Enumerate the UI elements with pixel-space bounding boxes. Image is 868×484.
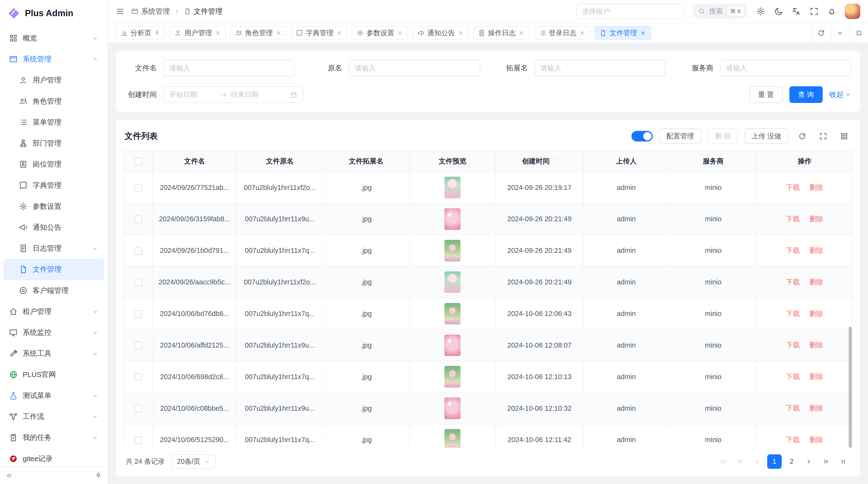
column-settings-icon[interactable]: [837, 129, 851, 143]
delete-link[interactable]: 删除: [809, 373, 823, 380]
download-link[interactable]: 下载: [786, 404, 800, 412]
collapse-filters-link[interactable]: 收起: [829, 90, 851, 100]
sidebar-item-overview[interactable]: 概览: [3, 28, 104, 49]
sidebar-item-client-management[interactable]: 客户端管理: [3, 280, 104, 301]
table-scrollbar[interactable]: [849, 327, 852, 448]
download-link[interactable]: 下载: [786, 215, 800, 223]
sidebar-item-role-management[interactable]: 角色管理: [3, 91, 104, 111]
file-preview-image[interactable]: [444, 240, 461, 261]
close-icon[interactable]: [215, 30, 221, 36]
sidebar-item-system-tools[interactable]: 系统工具: [3, 343, 104, 364]
sidebar-item-file-management[interactable]: 文件管理: [3, 259, 104, 280]
sidebar-item-department-management[interactable]: 部门管理: [3, 133, 104, 154]
row-checkbox[interactable]: [134, 216, 142, 223]
sidebar-item-my-tasks[interactable]: 我的任务: [3, 427, 104, 448]
file-preview-image[interactable]: [444, 397, 461, 419]
download-link[interactable]: 下载: [786, 310, 800, 317]
jump-forward-button[interactable]: [819, 454, 833, 469]
download-link[interactable]: 下载: [786, 373, 800, 380]
row-checkbox[interactable]: [134, 436, 142, 444]
sidebar-item-param-settings[interactable]: 参数设置: [3, 196, 104, 217]
page-button-1[interactable]: 1: [767, 454, 782, 469]
row-checkbox[interactable]: [134, 373, 142, 381]
row-checkbox[interactable]: [134, 279, 142, 286]
close-icon[interactable]: [336, 30, 342, 36]
tab-operation-log[interactable]: 操作日志: [473, 26, 529, 40]
reset-button[interactable]: 重 置: [749, 86, 783, 103]
page-size-select[interactable]: 20条/页: [172, 454, 216, 469]
delete-selected-button[interactable]: 删 除: [708, 128, 738, 144]
select-all-checkbox[interactable]: [134, 158, 142, 165]
close-icon[interactable]: [276, 30, 282, 36]
delete-link[interactable]: 删除: [809, 278, 823, 286]
delete-link[interactable]: 删除: [809, 215, 823, 223]
settings-gear-icon[interactable]: [756, 7, 766, 16]
tab-file-management[interactable]: 文件管理: [595, 26, 651, 40]
close-icon[interactable]: [458, 30, 464, 36]
extension-filter-input[interactable]: [534, 60, 666, 76]
file-preview-image[interactable]: [444, 303, 461, 325]
sidebar-item-workflow[interactable]: 工作流: [3, 406, 104, 427]
end-date-input[interactable]: [231, 91, 278, 99]
file-preview-image[interactable]: [444, 208, 461, 230]
notifications-bell-icon[interactable]: [827, 7, 836, 16]
file-preview-image[interactable]: [444, 429, 461, 448]
tab-menu-chevron-icon[interactable]: [830, 23, 849, 43]
collapse-sidebar-icon[interactable]: [5, 472, 13, 479]
row-checkbox[interactable]: [134, 342, 142, 349]
delete-link[interactable]: 删除: [809, 436, 823, 444]
fullscreen-icon[interactable]: [809, 7, 819, 16]
sidebar-item-gitee[interactable]: gitee记录: [3, 448, 104, 466]
download-link[interactable]: 下载: [786, 184, 800, 191]
exit-fullscreen-icon[interactable]: [849, 23, 868, 43]
close-icon[interactable]: [579, 30, 585, 36]
refresh-tab-icon[interactable]: [812, 23, 830, 43]
delete-link[interactable]: 删除: [809, 247, 823, 254]
tab-dict-management[interactable]: 字典管理: [291, 26, 347, 40]
sidebar-item-tenant-management[interactable]: 租户管理: [3, 301, 104, 322]
sidebar-item-log-management[interactable]: 日志管理: [3, 238, 104, 259]
download-link[interactable]: 下载: [786, 247, 800, 254]
close-icon[interactable]: [640, 30, 646, 36]
download-link[interactable]: 下载: [786, 278, 800, 286]
pin-sidebar-icon[interactable]: [95, 472, 102, 479]
delete-link[interactable]: 删除: [809, 310, 823, 317]
row-checkbox[interactable]: [134, 310, 142, 318]
sidebar-item-dict-management[interactable]: 字典管理: [3, 175, 104, 196]
page-button-2[interactable]: 2: [784, 454, 799, 469]
start-date-input[interactable]: [169, 91, 217, 99]
file-preview-image[interactable]: [444, 334, 461, 356]
row-checkbox[interactable]: [134, 247, 142, 255]
original-name-filter-input[interactable]: [349, 60, 480, 76]
sidebar-item-notice[interactable]: 通知公告: [3, 217, 104, 238]
prev-page-button[interactable]: [750, 454, 765, 469]
jump-back-button[interactable]: [733, 454, 747, 469]
file-preview-image[interactable]: [444, 177, 461, 198]
download-link[interactable]: 下载: [786, 341, 800, 349]
tab-param-settings[interactable]: 参数设置: [352, 26, 408, 40]
refresh-table-icon[interactable]: [795, 129, 809, 143]
global-search[interactable]: 搜索 ⌘ K: [692, 4, 748, 19]
sidebar-item-system-management[interactable]: 系统管理: [3, 49, 104, 70]
upload-button[interactable]: 上传 没做: [745, 128, 788, 144]
provider-filter-input[interactable]: [720, 60, 851, 76]
tab-notice[interactable]: 通知公告: [412, 26, 469, 40]
row-checkbox[interactable]: [134, 405, 142, 412]
sort-icon[interactable]: [552, 158, 557, 165]
config-toggle-switch[interactable]: [631, 131, 652, 141]
tab-login-log[interactable]: 登录日志: [534, 26, 590, 40]
close-icon[interactable]: [518, 30, 524, 36]
config-management-button[interactable]: 配置管理: [659, 128, 701, 144]
breadcrumb-file-management[interactable]: 文件管理: [184, 6, 222, 17]
sidebar-item-post-management[interactable]: 岗位管理: [3, 154, 104, 175]
tenant-select[interactable]: [576, 4, 684, 19]
tab-analysis[interactable]: 分析页: [116, 26, 165, 40]
file-preview-image[interactable]: [444, 366, 461, 388]
row-checkbox[interactable]: [134, 184, 142, 192]
hamburger-menu-icon[interactable]: [116, 7, 125, 16]
pin-icon[interactable]: [154, 30, 160, 36]
tab-role-management[interactable]: 角色管理: [230, 26, 287, 40]
sidebar-item-system-monitor[interactable]: 系统监控: [3, 322, 104, 343]
sidebar-item-menu-management[interactable]: 菜单管理: [3, 112, 104, 133]
delete-link[interactable]: 删除: [809, 184, 823, 191]
